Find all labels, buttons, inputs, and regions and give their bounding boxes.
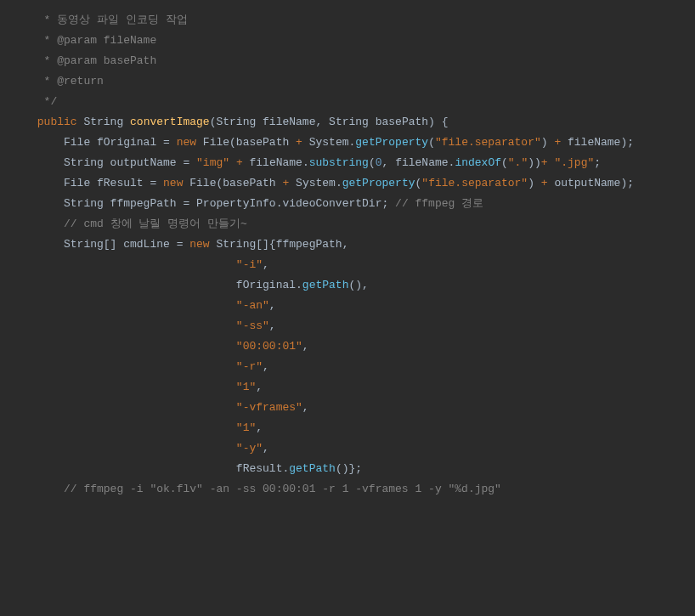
method-getproperty: getProperty <box>355 136 428 149</box>
string-literal: "file.separator" <box>421 177 528 189</box>
keyword-new: new <box>163 177 183 189</box>
line-comment: // ffmpeg 경로 <box>395 197 483 210</box>
array-element: "1", <box>0 418 695 438</box>
string-literal: "img" <box>196 156 229 169</box>
javadoc-return: * @return <box>31 75 104 88</box>
number-literal: 0 <box>376 156 382 169</box>
comment-line: */ <box>0 92 695 112</box>
array-element: fOriginal.getPath(), <box>0 275 695 296</box>
comment-line: * @param fileName <box>0 31 695 51</box>
comment-line: // cmd 창에 날릴 명령어 만들기~ <box>0 214 695 235</box>
comment-line: // ffmpeg -i "ok.flv" -an -ss 00:00:01 -… <box>0 479 695 500</box>
string-literal: "-r" <box>236 360 263 373</box>
keyword-new: new <box>189 238 209 251</box>
string-literal: "1" <box>236 381 256 393</box>
javadoc-close: */ <box>31 95 57 108</box>
array-element: "-an", <box>0 296 695 316</box>
comment-line: * @param basePath <box>0 51 695 71</box>
array-element: "1", <box>0 377 695 398</box>
array-element: "-i", <box>0 255 695 275</box>
javadoc-param: * @param fileName <box>31 34 156 47</box>
string-literal: "00:00:01" <box>236 340 302 353</box>
array-element: "-r", <box>0 357 695 377</box>
string-literal: "-y" <box>236 442 263 455</box>
array-element: "-ss", <box>0 316 695 336</box>
comment-line: * 동영상 파일 인코딩 작업 <box>0 10 695 31</box>
string-literal: "-ss" <box>236 319 269 332</box>
code-editor[interactable]: * 동영상 파일 인코딩 작업 * @param fileName * @par… <box>0 10 695 500</box>
code-statement: String outputName = "img" + fileName.sub… <box>0 153 695 173</box>
array-element: fResult.getPath()}; <box>0 459 695 479</box>
method-getproperty: getProperty <box>342 177 415 189</box>
array-element: "-y", <box>0 438 695 459</box>
string-literal: "." <box>508 156 528 169</box>
javadoc-desc: * 동영상 파일 인코딩 작업 <box>31 14 188 26</box>
method-indexof: indexOf <box>455 156 501 169</box>
string-literal: "-i" <box>236 258 263 271</box>
code-statement: File fResult = new File(basePath + Syste… <box>0 173 695 194</box>
line-comment: // ffmpeg -i "ok.flv" -an -ss 00:00:01 -… <box>31 483 501 495</box>
params: (String fileName, String basePath) { <box>210 116 449 128</box>
method-substring: substring <box>309 156 369 169</box>
method-name: convertImage <box>130 116 210 128</box>
comment-line: * @return <box>0 71 695 92</box>
code-statement: String[] cmdLine = new String[]{ffmpegPa… <box>0 235 695 255</box>
return-type: String <box>77 116 130 128</box>
code-statement: String ffmpegPath = PropertyInfo.videoCo… <box>0 194 695 214</box>
method-getpath: getPath <box>289 462 336 475</box>
string-literal: "-an" <box>236 299 269 312</box>
array-element: "00:00:01", <box>0 336 695 357</box>
array-element: "-vframes", <box>0 398 695 418</box>
method-getpath: getPath <box>302 279 349 291</box>
keyword-public: public <box>31 116 77 128</box>
string-literal: "-vframes" <box>236 401 302 414</box>
keyword-new: new <box>177 136 196 149</box>
code-statement: File fOriginal = new File(basePath + Sys… <box>0 133 695 153</box>
string-literal: "1" <box>236 421 256 434</box>
string-literal: ".jpg" <box>554 156 594 169</box>
line-comment: // cmd 창에 날릴 명령어 만들기~ <box>31 218 247 230</box>
method-signature: public String convertImage(String fileNa… <box>0 112 695 133</box>
javadoc-param: * @param basePath <box>31 54 156 67</box>
string-literal: "file.separator" <box>435 136 541 149</box>
